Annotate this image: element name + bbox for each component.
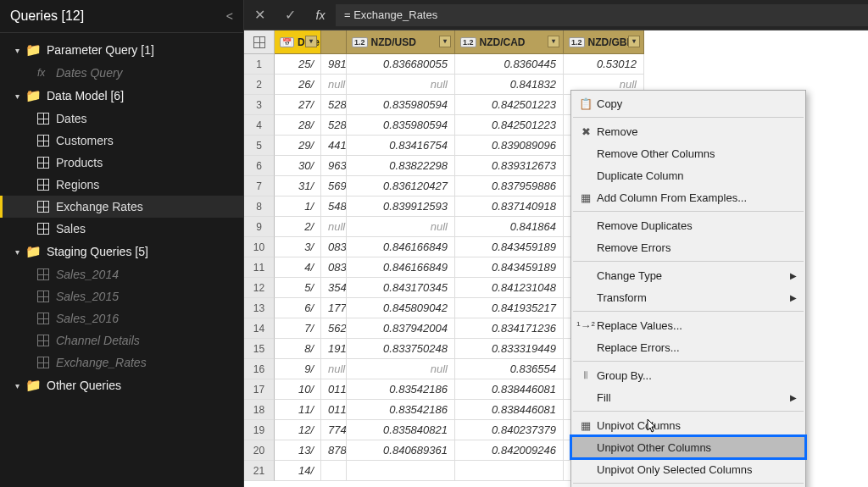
- tree-item[interactable]: Dates: [0, 108, 243, 130]
- cell[interactable]: 5/: [275, 278, 321, 298]
- menu-item[interactable]: ✖Remove: [571, 120, 805, 142]
- row-number[interactable]: 7: [244, 176, 275, 196]
- tree-item[interactable]: Sales_2015: [0, 285, 243, 307]
- filter-dropdown-icon[interactable]: ▾: [305, 36, 317, 47]
- row-number[interactable]: 4: [244, 115, 275, 136]
- cell[interactable]: 083: [321, 237, 347, 257]
- tree-item[interactable]: Regions: [0, 174, 243, 196]
- cell[interactable]: 011: [321, 379, 347, 400]
- cell[interactable]: 0.843459189: [455, 257, 564, 278]
- collapse-sidebar-icon[interactable]: <: [226, 9, 233, 23]
- cell[interactable]: 0.83416754: [347, 136, 455, 156]
- tree-item[interactable]: fxDates Query: [0, 62, 243, 84]
- cell[interactable]: 0.840237379: [455, 420, 564, 440]
- tree-group[interactable]: ▾📁Data Model [6]: [0, 84, 243, 108]
- menu-item[interactable]: Duplicate Column: [571, 164, 805, 186]
- cell[interactable]: 0.845809042: [347, 298, 455, 318]
- tree-item[interactable]: Sales_2014: [0, 263, 243, 285]
- tree-item[interactable]: Customers: [0, 130, 243, 152]
- row-number[interactable]: 3: [244, 95, 275, 115]
- cell[interactable]: 31/: [275, 176, 321, 196]
- cell[interactable]: 0.53012: [564, 54, 644, 75]
- tree-item[interactable]: Exchange_Rates: [0, 351, 243, 374]
- fx-icon[interactable]: fx: [305, 8, 336, 22]
- cell[interactable]: 9/: [275, 359, 321, 379]
- cell[interactable]: null: [321, 217, 347, 237]
- cell[interactable]: 13/: [275, 440, 321, 461]
- cell[interactable]: 10/: [275, 379, 321, 400]
- cell[interactable]: 0.83542186: [347, 400, 455, 420]
- cell[interactable]: 0.841832: [455, 75, 564, 95]
- cell[interactable]: 0.83822298: [347, 156, 455, 176]
- cell[interactable]: 0.837959886: [455, 176, 564, 196]
- cell[interactable]: 562: [321, 318, 347, 339]
- cell[interactable]: 528: [321, 95, 347, 115]
- cell[interactable]: 548: [321, 196, 347, 217]
- cell[interactable]: 25/: [275, 54, 321, 75]
- cell[interactable]: 0.837140918: [455, 196, 564, 217]
- cell[interactable]: 177: [321, 298, 347, 318]
- cell[interactable]: 0.837942004: [347, 318, 455, 339]
- cell[interactable]: 963: [321, 156, 347, 176]
- tree-group[interactable]: ▾📁Parameter Query [1]: [0, 38, 243, 62]
- tree-item[interactable]: Sales_2016: [0, 307, 243, 329]
- row-number[interactable]: 9: [244, 217, 275, 237]
- cell[interactable]: 0.835980594: [347, 115, 455, 136]
- cell[interactable]: 8/: [275, 339, 321, 359]
- column-header[interactable]: 1.2NZD/CAD▾: [455, 30, 564, 54]
- cell[interactable]: 28/: [275, 115, 321, 136]
- row-number[interactable]: 11: [244, 257, 275, 278]
- cell[interactable]: 26/: [275, 75, 321, 95]
- tree-item[interactable]: Exchange Rates: [0, 196, 243, 218]
- cell[interactable]: 3/: [275, 237, 321, 257]
- row-number[interactable]: 8: [244, 196, 275, 217]
- tree-item[interactable]: Channel Details: [0, 329, 243, 351]
- cell[interactable]: 6/: [275, 298, 321, 318]
- cell[interactable]: 0.835840821: [347, 420, 455, 440]
- cell[interactable]: 0.839912593: [347, 196, 455, 217]
- cell[interactable]: [455, 461, 564, 481]
- row-number[interactable]: 20: [244, 440, 275, 461]
- cell[interactable]: 0.836120427: [347, 176, 455, 196]
- cell[interactable]: 0.842501223: [455, 115, 564, 136]
- cell[interactable]: 29/: [275, 136, 321, 156]
- cell[interactable]: 0.841935217: [455, 298, 564, 318]
- row-number[interactable]: 12: [244, 278, 275, 298]
- cell[interactable]: 191: [321, 339, 347, 359]
- cell[interactable]: 0.834171236: [455, 318, 564, 339]
- cell[interactable]: null: [321, 359, 347, 379]
- cell[interactable]: 0.842501223: [455, 95, 564, 115]
- cell[interactable]: 2/: [275, 217, 321, 237]
- cell[interactable]: 0.839312673: [455, 156, 564, 176]
- cell[interactable]: 0.843170345: [347, 278, 455, 298]
- cell[interactable]: 0.838446081: [455, 379, 564, 400]
- row-number[interactable]: 5: [244, 136, 275, 156]
- filter-dropdown-icon[interactable]: ▾: [628, 36, 640, 47]
- menu-item[interactable]: Fill▶: [571, 386, 805, 408]
- cell[interactable]: 011: [321, 400, 347, 420]
- cell[interactable]: 0.833319449: [455, 339, 564, 359]
- row-number[interactable]: 6: [244, 156, 275, 176]
- cell[interactable]: 0.836554: [455, 359, 564, 379]
- table-row[interactable]: 125/9810.8366800550.83604450.53012: [244, 54, 868, 75]
- cell[interactable]: null: [347, 75, 455, 95]
- row-number[interactable]: 2: [244, 75, 275, 95]
- cell[interactable]: 0.841231048: [455, 278, 564, 298]
- row-number[interactable]: 10: [244, 237, 275, 257]
- column-header[interactable]: 1.2NZD/GBP▾: [564, 30, 644, 54]
- cell[interactable]: 569: [321, 176, 347, 196]
- cell[interactable]: 083: [321, 257, 347, 278]
- row-number[interactable]: 19: [244, 420, 275, 440]
- tree-item[interactable]: Products: [0, 152, 243, 174]
- row-number[interactable]: 17: [244, 379, 275, 400]
- cell[interactable]: 0.83542186: [347, 379, 455, 400]
- menu-item[interactable]: Unpivot Only Selected Columns: [571, 458, 805, 480]
- menu-item[interactable]: 📋Copy: [571, 92, 805, 114]
- cell[interactable]: 0.846166849: [347, 237, 455, 257]
- cell[interactable]: 0.842009246: [455, 440, 564, 461]
- menu-item[interactable]: Remove Other Columns: [571, 142, 805, 164]
- cell[interactable]: 30/: [275, 156, 321, 176]
- menu-item[interactable]: Remove Duplicates: [571, 214, 805, 236]
- cell[interactable]: 878: [321, 440, 347, 461]
- cell[interactable]: 354: [321, 278, 347, 298]
